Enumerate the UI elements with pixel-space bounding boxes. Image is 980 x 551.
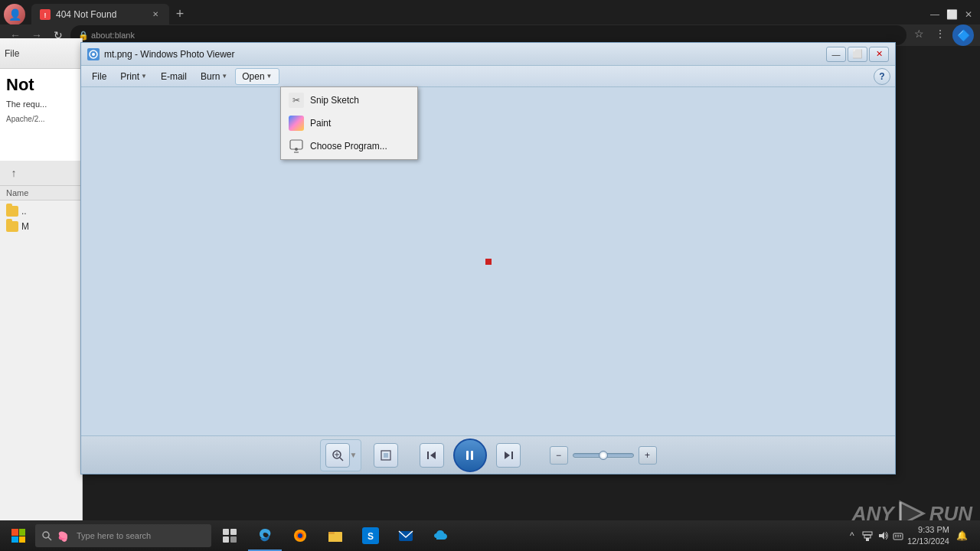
pv-zoom-group: ▼ (320, 439, 361, 471)
svg-rect-29 (230, 529, 237, 535)
pv-title-text: mt.png - Windows Photo Viewer (104, 49, 826, 60)
pv-maximize-btn[interactable]: ⬜ (848, 47, 867, 62)
pv-toolbar: ▼ (81, 435, 895, 474)
svg-rect-28 (223, 529, 229, 535)
fe-toolbar: File (0, 38, 82, 69)
svg-rect-50 (897, 536, 899, 537)
taskbar-search-icon (41, 530, 52, 541)
pv-prev-btn[interactable] (420, 443, 444, 468)
browser-minimize-btn[interactable]: — (927, 7, 942, 22)
pv-slider-thumb (599, 451, 608, 460)
pv-minimize-btn[interactable]: — (826, 47, 846, 62)
svg-rect-36 (328, 534, 342, 542)
keyboard-icon (893, 530, 903, 541)
pv-menu-file[interactable]: File (86, 69, 113, 84)
task-view-icon (222, 528, 237, 543)
svg-text:S: S (368, 531, 374, 542)
taskbar-mail[interactable] (389, 520, 423, 551)
taskbar-ms-store[interactable]: S (354, 520, 387, 551)
pv-help-btn[interactable]: ? (874, 68, 890, 85)
tab-favicon: ! (39, 8, 51, 21)
bookmark-btn[interactable]: ☆ (910, 24, 928, 43)
webpage-partial-apache: Apache/2... (6, 115, 76, 123)
address-text: 🔒 about:blank (78, 31, 135, 41)
svg-point-18 (295, 148, 298, 151)
close-tab-button[interactable]: ✕ (149, 8, 162, 21)
tray-volume[interactable] (877, 530, 889, 542)
dropdown-snip-sketch[interactable]: Snip Sketch (281, 89, 417, 112)
svg-rect-51 (900, 536, 901, 537)
taskbar-edge[interactable] (248, 520, 282, 551)
pv-app-icon (87, 48, 100, 60)
webpage-partial-body: The requ... (6, 99, 76, 109)
svg-rect-48 (900, 535, 901, 536)
pv-next-btn[interactable] (496, 443, 521, 468)
browser-chrome: 👤 ! 404 Not Found ✕ + — ⬜ ✕ ← → ↻ 🔒 abou… (0, 0, 980, 38)
pv-zoom-plus[interactable]: + (639, 446, 657, 465)
webpage-partial-heading: Not (6, 75, 76, 95)
svg-rect-10 (384, 453, 388, 458)
open-dropdown-menu: Snip Sketch Paint Choose Program... (280, 86, 418, 160)
fe-file-menu[interactable]: File (5, 48, 19, 59)
browser-tab-active[interactable]: ! 404 Not Found ✕ (31, 4, 169, 24)
pv-image-thumbnail (485, 259, 492, 265)
pv-image-display (81, 87, 895, 435)
pv-zoom-btn[interactable] (325, 443, 350, 468)
new-tab-button[interactable]: + (169, 4, 191, 24)
file-explorer-sidebar: File Not The requ... Apache/2... ↑ Name … (0, 38, 83, 551)
svg-rect-13 (466, 451, 469, 460)
pv-close-btn[interactable]: ✕ (869, 47, 889, 62)
snip-sketch-icon (289, 93, 304, 108)
taskbar-firefox[interactable] (283, 520, 317, 551)
file-explorer-icon (327, 527, 344, 544)
taskbar-task-view[interactable] (213, 520, 247, 551)
fe-up-btn[interactable]: ↑ (5, 164, 23, 182)
svg-rect-11 (427, 452, 429, 459)
pv-menu-print[interactable]: Print ▼ (114, 69, 153, 84)
pv-window-controls: — ⬜ ✕ (826, 47, 889, 62)
pv-menu-email-label: E-mail (161, 71, 187, 82)
pv-zoom-slider[interactable] (573, 453, 634, 458)
taskbar-clock[interactable]: 9:33 PM 12/13/2024 (907, 524, 949, 548)
fe-item-m[interactable]: M (0, 219, 82, 234)
svg-rect-31 (230, 536, 237, 543)
windows-logo-icon (11, 529, 25, 543)
win-logo-cell-1 (11, 529, 18, 536)
browser-window-controls: — ⬜ ✕ (927, 7, 976, 22)
taskbar-cloud[interactable] (424, 520, 458, 551)
taskbar-file-explorer[interactable] (318, 520, 352, 551)
pv-fit-btn[interactable] (374, 443, 398, 468)
pv-zoom-minus[interactable]: − (550, 446, 568, 465)
settings-btn[interactable]: ⋮ (931, 24, 949, 43)
taskbar-search-box[interactable]: Type here to search (35, 524, 211, 547)
profile-icon[interactable]: 🔷 (952, 24, 974, 46)
choose-program-label: Choose Program... (310, 141, 387, 152)
photo-viewer-window: mt.png - Windows Photo Viewer — ⬜ ✕ File… (80, 42, 896, 474)
pv-play-btn[interactable] (453, 439, 487, 472)
dropdown-choose-program[interactable]: Choose Program... (281, 135, 417, 158)
start-button[interactable] (3, 520, 34, 551)
svg-point-23 (43, 532, 49, 538)
pv-menu-burn[interactable]: Burn ▼ (194, 69, 234, 84)
pv-menu-open[interactable]: Open ▼ (235, 68, 279, 85)
notification-btn[interactable]: 🔔 (952, 527, 971, 545)
pv-menu-email[interactable]: E-mail (155, 69, 193, 84)
fe-item-parent[interactable]: .. (0, 204, 82, 219)
print-dropdown-arrow: ▼ (141, 73, 147, 80)
pv-zoom-slider-area: − + (550, 446, 657, 465)
dropdown-paint[interactable]: Paint (281, 112, 417, 135)
clock-time: 9:33 PM (907, 524, 949, 536)
svg-text:!: ! (44, 11, 47, 19)
pv-menu-file-label: File (92, 71, 106, 82)
svg-rect-46 (895, 535, 897, 536)
zoom-dropdown-arrow[interactable]: ▼ (351, 448, 356, 463)
browser-tab-bar: 👤 ! 404 Not Found ✕ + — ⬜ ✕ (0, 0, 980, 24)
browser-close-btn[interactable]: ✕ (961, 7, 976, 22)
tray-chevron[interactable]: ^ (846, 530, 858, 542)
browser-maximize-btn[interactable]: ⬜ (944, 7, 959, 22)
tray-network[interactable] (861, 530, 874, 542)
tray-keyboard[interactable] (892, 530, 904, 542)
svg-line-6 (340, 458, 343, 461)
paint-icon (289, 116, 304, 131)
svg-point-34 (298, 533, 302, 538)
